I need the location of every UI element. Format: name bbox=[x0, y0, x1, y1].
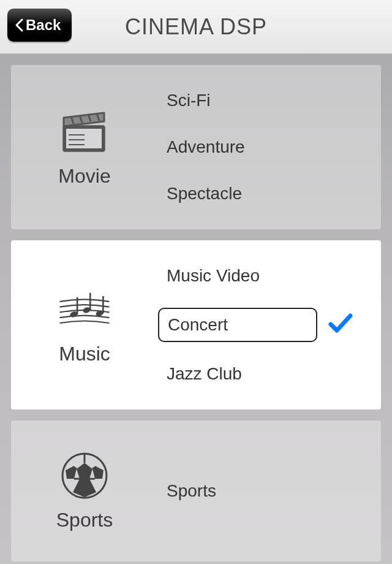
section-music-left: Music bbox=[11, 285, 158, 365]
section-movie-left: Movie bbox=[11, 107, 158, 188]
header-bar: Back CINEMA DSP bbox=[0, 0, 392, 54]
item-sports[interactable]: Sports bbox=[158, 468, 375, 514]
section-sports-left: Sports bbox=[11, 451, 158, 532]
svg-rect-13 bbox=[89, 292, 91, 310]
section-music-items: Music Video Concert Jazz Club bbox=[158, 240, 381, 410]
svg-rect-11 bbox=[77, 297, 78, 314]
item-label: Sci-Fi bbox=[158, 86, 317, 115]
section-sports-items: Sports bbox=[158, 455, 381, 527]
item-music-video[interactable]: Music Video bbox=[158, 253, 375, 299]
svg-rect-6 bbox=[66, 129, 102, 148]
item-sci-fi[interactable]: Sci-Fi bbox=[158, 77, 375, 124]
soccer-ball-icon bbox=[58, 451, 111, 500]
section-music-label: Music bbox=[59, 343, 110, 365]
section-sports[interactable]: Sports Sports bbox=[11, 421, 381, 562]
svg-rect-15 bbox=[102, 296, 104, 313]
item-label: Adventure bbox=[158, 132, 317, 162]
section-movie-label: Movie bbox=[58, 165, 110, 188]
section-movie[interactable]: Movie Sci-Fi Adventure Spectacle bbox=[11, 65, 381, 229]
item-label-selected: Concert bbox=[158, 308, 317, 342]
section-movie-items: Sci-Fi Adventure Spectacle bbox=[158, 65, 381, 229]
back-button-label: Back bbox=[26, 17, 61, 34]
clapper-icon bbox=[58, 107, 111, 156]
back-button[interactable]: Back bbox=[7, 9, 72, 42]
dsp-list: Movie Sci-Fi Adventure Spectacle bbox=[0, 54, 392, 564]
checkmark-icon bbox=[328, 313, 353, 337]
item-label: Sports bbox=[158, 476, 317, 506]
page-title: CINEMA DSP bbox=[125, 14, 267, 40]
section-music[interactable]: Music Music Video Concert Jazz Club bbox=[11, 240, 381, 410]
item-concert[interactable]: Concert bbox=[158, 299, 375, 351]
item-adventure[interactable]: Adventure bbox=[158, 124, 375, 170]
chevron-left-icon bbox=[15, 18, 24, 32]
music-staff-icon bbox=[58, 285, 111, 334]
item-spectacle[interactable]: Spectacle bbox=[158, 170, 375, 217]
item-label: Music Video bbox=[158, 261, 317, 291]
item-jazz-club[interactable]: Jazz Club bbox=[158, 351, 375, 397]
section-sports-label: Sports bbox=[56, 509, 113, 532]
item-label: Spectacle bbox=[158, 179, 317, 208]
item-label: Jazz Club bbox=[158, 359, 317, 389]
